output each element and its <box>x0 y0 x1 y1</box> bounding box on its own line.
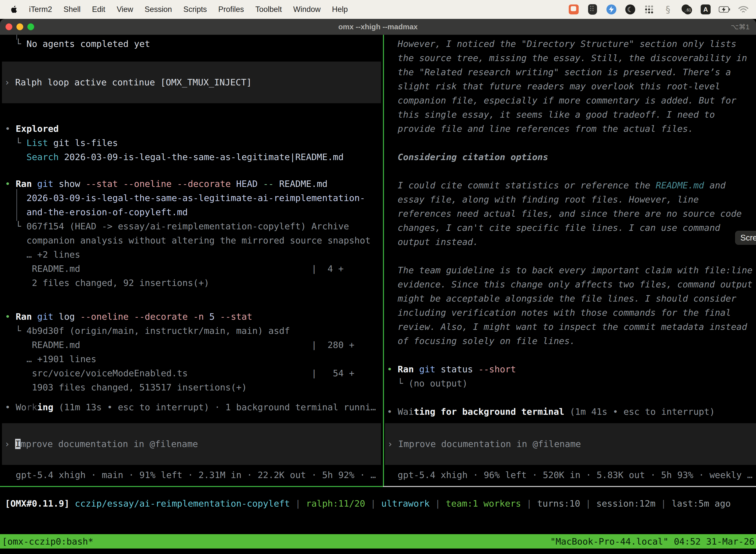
left-model-status: gpt-5.4 xhigh · main · 91% left · 2.31M … <box>0 468 383 482</box>
reasoning-paragraph-2: I could cite commit statistics or refere… <box>385 178 756 249</box>
menu-item-shell[interactable]: Shell <box>58 5 86 14</box>
keyboard-layout-icon[interactable]: A <box>700 4 711 15</box>
menu-item-scripts[interactable]: Scripts <box>178 5 212 14</box>
git-show-section: • Ran git show --stat --oneline --decora… <box>0 177 383 290</box>
menu-item-help[interactable]: Help <box>326 5 354 14</box>
screen-notification: Scre <box>735 231 756 245</box>
tmux-host-clock: "MacBook-Pro-44.local" 04:52 31-Mar-26 <box>550 536 756 547</box>
menu-item-session[interactable]: Session <box>139 5 178 14</box>
menu-item-iterm2[interactable]: iTerm2 <box>23 5 58 14</box>
tmux-session-label: [omx-cczip0:bash* <box>0 536 93 547</box>
working-status-line: • Working (11m 13s • esc to interrupt) ·… <box>0 400 383 414</box>
menu-bar: iTerm2 Shell Edit View Session Scripts P… <box>0 0 756 19</box>
right-prompt-input[interactable]: › Improve documentation in @filename <box>385 423 756 465</box>
left-prompt-input[interactable]: › Improve documentation in @filename <box>2 423 381 465</box>
menu-item-edit[interactable]: Edit <box>86 5 111 14</box>
screen: iTerm2 Shell Edit View Session Scripts P… <box>0 0 756 554</box>
ralph-loop-box: › Ralph loop active continue [OMX_TMUX_I… <box>2 62 381 103</box>
reasoning-heading: Considering citation options <box>385 150 756 164</box>
reasoning-paragraph-1: However, I noticed the "Directory Struct… <box>385 37 756 136</box>
grid-shield-icon[interactable] <box>587 4 598 15</box>
tree-line <box>16 189 17 221</box>
left-pane-border <box>0 486 383 487</box>
right-pane-border <box>383 486 756 487</box>
menu-item-view[interactable]: View <box>111 5 139 14</box>
window-title-bar: omx --xhigh --madmax ⌥⌘1 <box>0 19 756 35</box>
status-icons: ☾ § ..61 A <box>568 4 756 15</box>
pane-divider[interactable] <box>383 35 384 486</box>
left-agents-note: └ No agents completed yet <box>0 37 383 51</box>
menu-item-window[interactable]: Window <box>288 5 326 14</box>
git-log-section: • Ran git log --oneline --decorate -n 5 … <box>0 310 383 394</box>
git-status-section: • Ran git status --short └ (no output) <box>385 362 756 390</box>
battery-icon[interactable] <box>719 4 730 15</box>
chat-app-icon[interactable] <box>568 4 579 15</box>
tmux-status-bar: [omx-cczip0:bash* "MacBook-Pro-44.local"… <box>0 534 756 549</box>
menu-items: iTerm2 Shell Edit View Session Scripts P… <box>0 4 354 15</box>
tree-line <box>16 35 17 40</box>
menu-item-toolbelt[interactable]: Toolbelt <box>250 5 288 14</box>
menu-item-profiles[interactable]: Profiles <box>212 5 250 14</box>
apple-icon[interactable] <box>8 4 20 15</box>
wifi-icon[interactable] <box>738 4 749 15</box>
count-badge-icon[interactable]: ..61 <box>681 4 693 15</box>
window-title: omx --xhigh --madmax <box>0 22 756 31</box>
dots-grid-icon[interactable] <box>643 4 655 15</box>
bolt-badge-icon[interactable] <box>606 4 617 15</box>
omx-status-line: [OMX#0.11.9] cczip/essay/ai-reimplementa… <box>5 496 754 510</box>
waiting-status-line: • Waiting for background terminal (1m 41… <box>385 404 756 419</box>
explored-section: • Explored └ List git ls-files Search 20… <box>0 122 383 164</box>
reasoning-paragraph-3: The team guideline is to back every impo… <box>385 263 756 348</box>
moon-circle-icon[interactable]: ☾ <box>625 4 636 15</box>
right-model-status: gpt-5.4 xhigh · 96% left · 520K in · 5.8… <box>385 468 756 482</box>
window-shortcut: ⌥⌘1 <box>731 23 750 31</box>
dragon-icon[interactable]: § <box>662 4 674 15</box>
